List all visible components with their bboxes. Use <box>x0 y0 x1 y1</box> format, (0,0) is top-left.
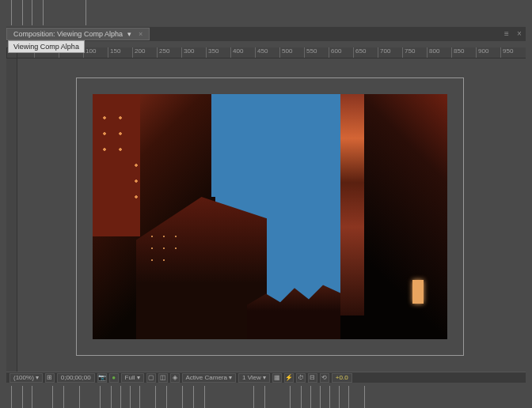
ruler-tick: 900 <box>476 47 488 58</box>
view-layout-dropdown[interactable]: 1 View▾ <box>238 373 270 383</box>
ruler-tick: 650 <box>353 47 366 58</box>
tab-label: Composition: Viewing Comp Alpha <box>13 30 123 38</box>
tab-dropdown-icon[interactable]: ▾ <box>126 30 134 38</box>
ruler-tick: 150 <box>108 47 120 58</box>
exposure-value[interactable]: +0.0 <box>332 373 352 383</box>
composition-content <box>93 94 447 339</box>
flowchart-icon[interactable]: ⊟ <box>308 373 317 383</box>
ruler-tick: 950 <box>500 47 513 58</box>
zoom-dropdown[interactable]: (100%)▾ <box>10 373 43 383</box>
fast-preview-icon[interactable]: ⚡ <box>284 373 294 383</box>
resolution-dropdown[interactable]: Full▾ <box>121 373 144 383</box>
ruler-vertical[interactable] <box>6 59 17 372</box>
camera-dropdown[interactable]: Active Camera▾ <box>182 373 236 383</box>
ruler-tick: 800 <box>427 47 439 58</box>
roi-icon[interactable]: ▢ <box>146 373 156 383</box>
panel-options-icon[interactable]: ≡ <box>502 28 511 38</box>
pixel-aspect-icon[interactable]: ▦ <box>272 373 282 383</box>
ruler-tick: 550 <box>304 47 317 58</box>
building-right <box>340 94 447 339</box>
ruler-tick: 250 <box>157 47 169 58</box>
timeline-icon[interactable]: ⏱ <box>296 373 306 383</box>
ruler-tick: 200 <box>132 47 145 58</box>
callout-ticks-top <box>0 0 532 25</box>
viewer-controls: (100%)▾ ⊞ 0;00;00;00 📷 ● Full▾ ▢ ◫ ◈ Act… <box>6 372 526 383</box>
ruler-tick: 300 <box>181 47 194 58</box>
transparency-grid-icon[interactable]: ◫ <box>158 373 168 383</box>
ruler-tick: 750 <box>402 47 415 58</box>
ruler-tick: 450 <box>255 47 268 58</box>
ruler-tick: 350 <box>206 47 218 58</box>
ruler-tick: 850 <box>451 47 464 58</box>
resolution-icon[interactable]: ⊞ <box>45 373 55 383</box>
ruler-tick: 600 <box>329 47 341 58</box>
composition-tab[interactable]: Composition: Viewing Comp Alpha ▾ × <box>6 28 150 40</box>
ruler-horizontal[interactable]: -500501001502002503003504004505005506006… <box>17 47 526 59</box>
ruler-tick: 700 <box>378 47 390 58</box>
mask-icon[interactable]: ◈ <box>170 373 180 383</box>
snapshot-icon[interactable]: 📷 <box>97 373 107 383</box>
panel-close-icon[interactable]: × <box>515 28 524 38</box>
ruler-tick: 400 <box>230 47 243 58</box>
tab-close-icon[interactable]: × <box>139 30 142 38</box>
ruler-tick: 100 <box>83 47 96 58</box>
callout-ticks-bottom <box>0 384 532 408</box>
ruler-tick: 500 <box>279 47 292 58</box>
tooltip: Viewing Comp Alpha <box>8 40 85 53</box>
timecode[interactable]: 0;00;00;00 <box>57 373 95 383</box>
composition-viewport[interactable] <box>17 59 526 372</box>
composition-frame <box>76 77 464 356</box>
reset-exposure-icon[interactable]: ⟲ <box>320 373 329 383</box>
tab-bar: Composition: Viewing Comp Alpha ▾ × ≡ × <box>6 27 526 41</box>
channel-icon[interactable]: ● <box>109 373 119 383</box>
